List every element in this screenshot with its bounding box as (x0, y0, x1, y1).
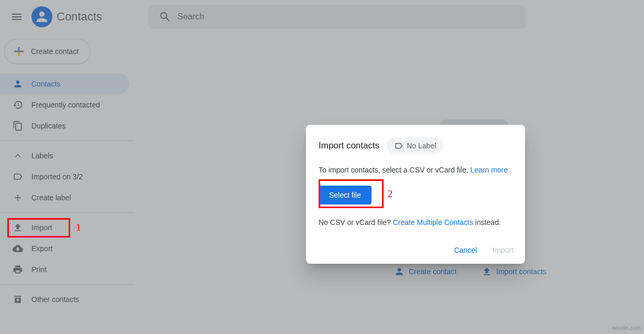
sidebar-divider (0, 284, 134, 285)
empty-state-actions: Create contact Import contacts (394, 266, 547, 277)
app-logo-area[interactable]: Contacts (31, 6, 102, 27)
sidebar-divider (0, 212, 134, 213)
import-button: Import (493, 246, 514, 254)
sidebar: Create contact Contacts Frequently conta… (0, 34, 134, 334)
chevron-up-icon (13, 150, 23, 161)
sidebar-item-label: Contacts (31, 80, 60, 88)
learn-more-link[interactable]: Learn more (470, 166, 508, 174)
create-contact-label: Create contact (31, 47, 79, 56)
sidebar-item-export[interactable]: Export (0, 238, 134, 259)
sidebar-item-print[interactable]: Print (0, 259, 134, 280)
plus-icon (13, 192, 23, 203)
label-icon (394, 141, 403, 150)
label-icon (13, 171, 23, 182)
svg-rect-0 (18, 51, 20, 52)
sidebar-item-frequent[interactable]: Frequently contacted (0, 94, 134, 115)
app-title: Contacts (57, 10, 102, 24)
cancel-button[interactable]: Cancel (454, 246, 477, 254)
dialog-instruction: To import contacts, select a CSV or vCar… (319, 165, 512, 175)
sidebar-item-label: Print (31, 265, 47, 274)
sidebar-item-create-label[interactable]: Create label (0, 187, 134, 208)
upload-icon (482, 266, 492, 277)
watermark: wsxdn.com (612, 325, 641, 331)
search-input[interactable] (178, 12, 521, 21)
sidebar-item-label: Other contacts (31, 295, 79, 304)
dialog-title: Import contacts (319, 141, 379, 151)
person-icon (13, 79, 23, 89)
history-icon (13, 100, 23, 110)
create-contact-button[interactable]: Create contact (4, 39, 91, 64)
plus-color-icon (12, 45, 26, 58)
sidebar-item-label: Frequently contacted (31, 101, 100, 109)
sidebar-item-label: Labels (31, 152, 53, 160)
annotation-highlight-1 (7, 218, 70, 238)
annotation-number-2: 2 (388, 189, 392, 200)
annotation-highlight-2 (319, 179, 384, 208)
chip-label: No Label (407, 142, 436, 150)
no-label-chip[interactable]: No Label (387, 137, 443, 154)
sidebar-item-duplicates[interactable]: Duplicates (0, 115, 134, 136)
sidebar-item-label: Export (31, 244, 52, 253)
cloud-download-icon (13, 243, 23, 254)
sidebar-item-labels[interactable]: Labels (0, 145, 134, 166)
search-bar[interactable] (148, 5, 526, 29)
person-add-icon (394, 266, 405, 277)
sidebar-item-label: Create label (31, 193, 71, 202)
app-header: Contacts (0, 0, 644, 34)
empty-avatar-placeholder (440, 120, 508, 125)
annotation-number-1: 1 (76, 222, 81, 233)
create-multiple-link[interactable]: Create Multiple Contacts (393, 218, 473, 227)
sidebar-item-label: Imported on 3/2 (31, 173, 83, 181)
import-contacts-action[interactable]: Import contacts (482, 266, 547, 277)
sidebar-item-other[interactable]: Other contacts (0, 289, 134, 310)
action-label: Import contacts (496, 267, 547, 276)
create-contact-action[interactable]: Create contact (394, 266, 456, 277)
duplicate-icon (13, 121, 23, 131)
search-icon (159, 10, 171, 23)
contacts-logo-icon (31, 6, 52, 27)
sidebar-item-contacts[interactable]: Contacts (0, 73, 129, 94)
print-icon (13, 264, 23, 275)
sidebar-item-label: Duplicates (31, 122, 66, 130)
dialog-alt-text: No CSV or vCard file? Create Multiple Co… (319, 217, 512, 228)
sidebar-divider (0, 141, 134, 141)
sidebar-item-imported-label[interactable]: Imported on 3/2 (0, 166, 134, 187)
hamburger-icon (10, 10, 23, 23)
action-label: Create contact (409, 267, 456, 276)
archive-icon (13, 294, 23, 305)
hamburger-menu-button[interactable] (4, 4, 29, 29)
